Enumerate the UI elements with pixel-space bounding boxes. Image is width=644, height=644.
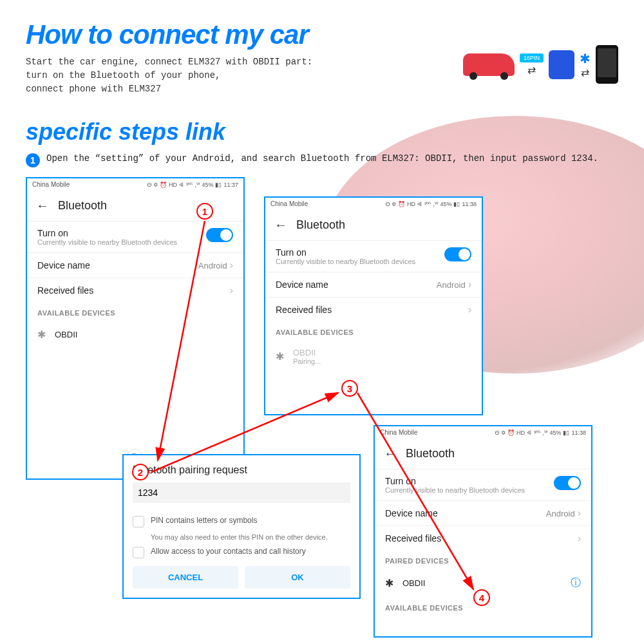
diagram-car-icon xyxy=(463,53,515,76)
chevron-right-icon: › xyxy=(230,260,233,270)
screen-title: Bluetooth xyxy=(58,199,107,213)
marker-4: 4 xyxy=(473,589,490,606)
dialog-title: Bluetooth pairing request xyxy=(133,464,350,476)
arrow-icon: ⇄ xyxy=(527,64,536,76)
paired-devices-header: PAIRED DEVICES xyxy=(375,551,591,569)
bluetooth-toggle[interactable] xyxy=(444,247,471,261)
available-devices-header: AVAILABLE DEVICES xyxy=(27,303,243,321)
intro-line: connect phone with ELM327 xyxy=(26,82,618,96)
info-icon[interactable]: ⓘ xyxy=(571,576,581,590)
chevron-right-icon: › xyxy=(230,285,233,296)
bluetooth-icon: ✱ xyxy=(385,577,393,589)
marker-3: 3 xyxy=(341,380,358,397)
bluetooth-toggle[interactable] xyxy=(554,476,581,490)
device-obdii-pairing[interactable]: ✱ OBDII Pairing... xyxy=(265,340,482,373)
status-bar: China Mobile Θ ✡ ⏰ HD ⫷ ³ᴺ⁵ ,ᵂ 45% ▮▯ 11… xyxy=(27,178,243,191)
bluetooth-screen-1: China Mobile Θ ✡ ⏰ HD ⫷ ³ᴺ⁵ ,ᵂ 45% ▮▯ 11… xyxy=(26,177,245,480)
bluetooth-icon: ✱ xyxy=(580,51,591,66)
dialog-note: You may also need to enter this PIN on t… xyxy=(151,533,350,542)
connection-diagram: 16PIN ⇄ ✱ ⇄ xyxy=(463,45,618,84)
diagram-pin-label: 16PIN xyxy=(520,53,544,62)
received-files-row[interactable]: Received files › xyxy=(375,526,591,551)
carrier-label: China Mobile xyxy=(32,181,70,188)
device-obdii[interactable]: ✱ OBDII xyxy=(27,321,243,348)
pin-input[interactable] xyxy=(133,482,350,503)
device-name-row[interactable]: Device name Android› xyxy=(265,272,482,297)
pin-letters-checkbox[interactable] xyxy=(133,516,144,527)
arrow-icon: ⇄ xyxy=(581,66,589,79)
marker-1: 1 xyxy=(196,203,213,220)
step-instruction: Open the “setting” of your Android, and … xyxy=(46,152,598,166)
device-name-row[interactable]: Device name Android› xyxy=(375,500,591,526)
allow-contacts-checkbox[interactable] xyxy=(133,547,144,558)
toggle-label: Turn on xyxy=(37,228,177,238)
section-title: specific steps link xyxy=(26,118,618,146)
marker-2: 2 xyxy=(132,464,149,480)
status-bar: China Mobile Θ ✡ ⏰ HD ⫷ ³ᴺ⁵ ,ᵂ 45% ▮▯ 11… xyxy=(375,426,591,439)
screen-title: Bluetooth xyxy=(406,447,455,460)
diagram-obd-icon xyxy=(549,50,574,79)
back-button[interactable]: ← xyxy=(384,446,397,461)
received-files-row[interactable]: Received files › xyxy=(265,297,482,322)
step-badge: 1 xyxy=(26,153,40,167)
received-files-row[interactable]: Received files › xyxy=(27,278,243,303)
ok-button[interactable]: OK xyxy=(245,566,350,589)
bluetooth-toggle[interactable] xyxy=(206,228,233,242)
pairing-dialog: Bluetooth pairing request PIN contains l… xyxy=(122,454,361,599)
bluetooth-icon: ✱ xyxy=(37,328,46,341)
device-name-row[interactable]: Device name Android› xyxy=(27,252,243,278)
diagram-phone-icon xyxy=(596,45,618,84)
toggle-sublabel: Currently visible to nearby Bluetooth de… xyxy=(37,238,177,246)
back-button[interactable]: ← xyxy=(36,198,49,213)
back-button[interactable]: ← xyxy=(274,218,287,232)
screen-title: Bluetooth xyxy=(296,218,345,232)
cancel-button[interactable]: CANCEL xyxy=(133,566,238,589)
bluetooth-icon: ✱ xyxy=(276,350,284,363)
status-bar: China Mobile Θ ✡ ⏰ HD ⫷ ³ᴺ⁵ ,ᵂ 45% ▮▯ 11… xyxy=(265,198,482,210)
bluetooth-screen-2: China Mobile Θ ✡ ⏰ HD ⫷ ³ᴺ⁵ ,ᵂ 45% ▮▯ 11… xyxy=(264,196,483,415)
